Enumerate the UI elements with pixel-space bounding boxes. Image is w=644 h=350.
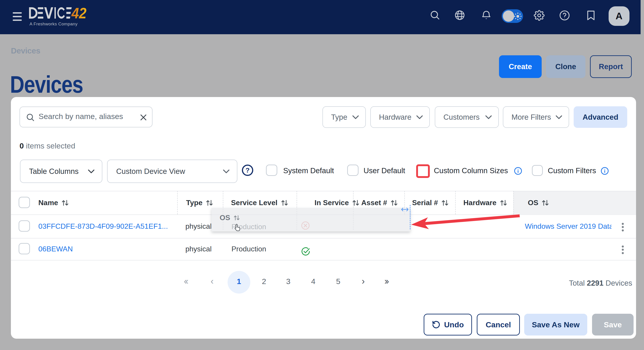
svg-text:42: 42 (71, 7, 86, 18)
